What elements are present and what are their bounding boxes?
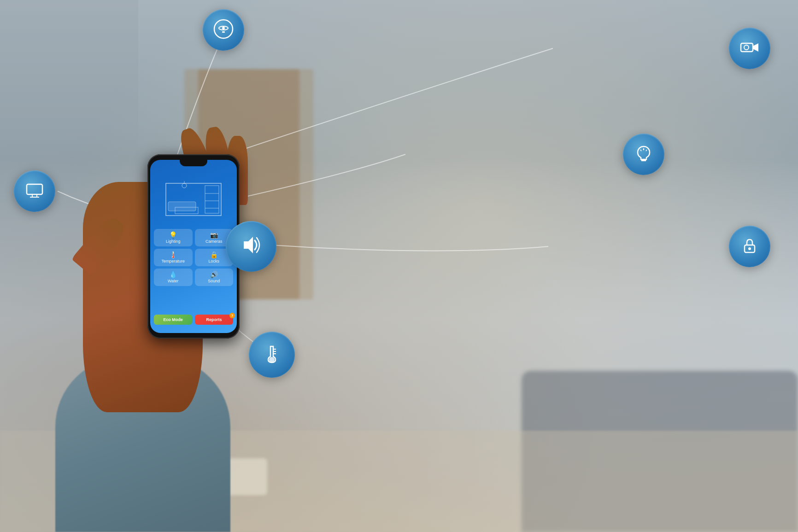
- svg-line-11: [646, 150, 647, 151]
- svg-rect-3: [222, 31, 225, 33]
- phone-screen: 💡 Lighting 📷 Cameras 🌡️ Temperature 🔒 Lo…: [150, 160, 237, 333]
- bottom-action-buttons: Eco Mode Reports 7: [154, 315, 233, 325]
- svg-point-2: [222, 27, 225, 29]
- water-button[interactable]: 💧 Water: [154, 269, 193, 286]
- speaker-icon[interactable]: [226, 221, 276, 272]
- lighting-label: Lighting: [166, 239, 181, 244]
- hand-holding-phone: 💡 Lighting 📷 Cameras 🌡️ Temperature 🔒 Lo…: [46, 117, 267, 532]
- lighting-button[interactable]: 💡 Lighting: [154, 229, 193, 246]
- lock-symbol: [739, 235, 760, 258]
- smoke-detector-icon[interactable]: [203, 9, 244, 51]
- room-sketch: [161, 174, 226, 220]
- svg-line-10: [640, 150, 641, 151]
- svg-rect-4: [741, 43, 753, 52]
- camera-symbol: [738, 36, 761, 61]
- app-grid: 💡 Lighting 📷 Cameras 🌡️ Temperature 🔒 Lo…: [154, 229, 233, 286]
- temperature-button[interactable]: 🌡️ Temperature: [154, 249, 193, 266]
- temperature-icon: 🌡️: [169, 251, 177, 258]
- reports-button[interactable]: Reports 7: [195, 315, 233, 325]
- reports-badge: 7: [229, 313, 235, 318]
- temperature-label: Temperature: [161, 259, 185, 263]
- sound-label: Sound: [208, 279, 220, 283]
- phone-notch: [180, 160, 207, 166]
- light-bulb-symbol: [633, 143, 654, 166]
- svg-point-6: [744, 45, 749, 50]
- cameras-label: Cameras: [205, 239, 223, 244]
- svg-rect-24: [205, 186, 219, 213]
- smoke-detector-symbol: [213, 18, 234, 42]
- water-label: Water: [168, 279, 179, 283]
- light-bulb-icon[interactable]: [623, 134, 664, 175]
- svg-rect-29: [168, 202, 196, 211]
- eco-mode-label: Eco Mode: [163, 317, 183, 322]
- svg-marker-12: [244, 237, 253, 253]
- sound-button[interactable]: 🔊 Sound: [195, 269, 234, 286]
- cameras-icon: 📷: [210, 232, 218, 238]
- lighting-icon: 💡: [169, 232, 177, 238]
- svg-point-15: [269, 357, 275, 362]
- water-icon: 💧: [169, 271, 177, 278]
- thermometer-symbol: [260, 342, 283, 368]
- locks-label: Locks: [208, 259, 219, 263]
- phone-app-illustration: [150, 167, 237, 227]
- thermometer-icon[interactable]: [249, 332, 295, 378]
- lock-icon[interactable]: [729, 226, 770, 267]
- svg-point-30: [182, 183, 187, 188]
- locks-icon: 🔒: [210, 251, 218, 258]
- svg-point-14: [748, 247, 751, 250]
- camera-icon[interactable]: [729, 28, 770, 69]
- svg-rect-19: [27, 184, 42, 194]
- svg-marker-5: [753, 43, 758, 52]
- tv-symbol: [24, 180, 45, 203]
- reports-label: Reports: [206, 317, 222, 322]
- sound-icon: 🔊: [210, 271, 218, 278]
- tv-icon[interactable]: [14, 170, 55, 212]
- speaker-symbol: [238, 232, 264, 261]
- eco-mode-button[interactable]: Eco Mode: [154, 315, 192, 325]
